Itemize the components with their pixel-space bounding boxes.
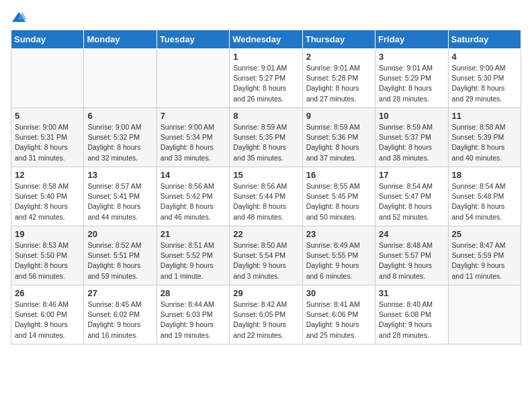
day-number: 2	[306, 52, 371, 62]
day-number: 14	[161, 170, 226, 180]
calendar-cell: 29Sunrise: 8:42 AM Sunset: 6:05 PM Dayli…	[230, 285, 302, 345]
calendar-cell: 3Sunrise: 9:01 AM Sunset: 5:29 PM Daylig…	[375, 49, 448, 108]
day-number: 29	[233, 288, 298, 298]
day-number: 25	[452, 229, 517, 239]
calendar-cell: 13Sunrise: 8:57 AM Sunset: 5:41 PM Dayli…	[84, 167, 157, 226]
day-info: Sunrise: 9:01 AM Sunset: 5:27 PM Dayligh…	[233, 63, 298, 104]
day-number: 19	[15, 229, 80, 239]
calendar-cell: 6Sunrise: 9:00 AM Sunset: 5:32 PM Daylig…	[84, 108, 157, 167]
day-info: Sunrise: 8:47 AM Sunset: 5:59 PM Dayligh…	[452, 240, 517, 281]
day-header-thursday: Thursday	[302, 30, 375, 49]
day-number: 7	[161, 111, 226, 121]
day-number: 11	[452, 111, 517, 121]
calendar-cell: 31Sunrise: 8:40 AM Sunset: 6:08 PM Dayli…	[375, 285, 448, 345]
calendar-cell: 7Sunrise: 9:00 AM Sunset: 5:34 PM Daylig…	[157, 108, 229, 167]
calendar-week-row: 12Sunrise: 8:58 AM Sunset: 5:40 PM Dayli…	[11, 167, 521, 226]
day-header-saturday: Saturday	[448, 30, 521, 49]
calendar-cell: 14Sunrise: 8:56 AM Sunset: 5:42 PM Dayli…	[157, 167, 229, 226]
day-number: 13	[87, 170, 152, 180]
calendar-cell: 8Sunrise: 8:59 AM Sunset: 5:35 PM Daylig…	[230, 108, 302, 167]
day-number: 1	[233, 52, 298, 62]
calendar-cell: 21Sunrise: 8:51 AM Sunset: 5:52 PM Dayli…	[157, 226, 229, 285]
day-info: Sunrise: 8:56 AM Sunset: 5:44 PM Dayligh…	[233, 181, 298, 222]
calendar-cell	[157, 49, 229, 108]
day-number: 18	[452, 170, 517, 180]
day-info: Sunrise: 9:01 AM Sunset: 5:28 PM Dayligh…	[306, 63, 371, 104]
day-number: 24	[379, 229, 444, 239]
calendar-cell: 30Sunrise: 8:41 AM Sunset: 6:06 PM Dayli…	[302, 285, 375, 345]
calendar-cell: 5Sunrise: 9:00 AM Sunset: 5:31 PM Daylig…	[11, 108, 84, 167]
calendar-cell: 22Sunrise: 8:50 AM Sunset: 5:54 PM Dayli…	[230, 226, 302, 285]
logo	[11, 11, 30, 24]
day-number: 31	[379, 288, 444, 298]
day-info: Sunrise: 8:49 AM Sunset: 5:55 PM Dayligh…	[306, 240, 371, 281]
day-info: Sunrise: 8:45 AM Sunset: 6:02 PM Dayligh…	[87, 300, 152, 340]
day-number: 17	[379, 170, 444, 180]
calendar-header-row: SundayMondayTuesdayWednesdayThursdayFrid…	[11, 30, 521, 49]
day-header-friday: Friday	[375, 30, 448, 49]
day-number: 10	[379, 111, 444, 121]
day-info: Sunrise: 8:54 AM Sunset: 5:47 PM Dayligh…	[379, 181, 444, 222]
day-info: Sunrise: 8:58 AM Sunset: 5:39 PM Dayligh…	[452, 122, 517, 163]
day-info: Sunrise: 9:00 AM Sunset: 5:30 PM Dayligh…	[452, 63, 517, 104]
day-info: Sunrise: 8:56 AM Sunset: 5:42 PM Dayligh…	[161, 181, 226, 222]
day-info: Sunrise: 8:42 AM Sunset: 6:05 PM Dayligh…	[233, 300, 298, 340]
day-info: Sunrise: 8:59 AM Sunset: 5:35 PM Dayligh…	[233, 122, 298, 163]
day-info: Sunrise: 8:57 AM Sunset: 5:41 PM Dayligh…	[87, 181, 152, 222]
day-number: 21	[161, 229, 226, 239]
calendar-cell: 9Sunrise: 8:59 AM Sunset: 5:36 PM Daylig…	[302, 108, 375, 167]
calendar-cell: 10Sunrise: 8:59 AM Sunset: 5:37 PM Dayli…	[375, 108, 448, 167]
day-header-monday: Monday	[84, 30, 157, 49]
day-number: 9	[306, 111, 371, 121]
calendar-cell: 26Sunrise: 8:46 AM Sunset: 6:00 PM Dayli…	[11, 285, 84, 345]
day-number: 6	[87, 111, 152, 121]
day-info: Sunrise: 8:51 AM Sunset: 5:52 PM Dayligh…	[161, 240, 226, 281]
day-number: 12	[15, 170, 80, 180]
day-info: Sunrise: 8:46 AM Sunset: 6:00 PM Dayligh…	[15, 300, 80, 340]
calendar-cell: 11Sunrise: 8:58 AM Sunset: 5:39 PM Dayli…	[448, 108, 521, 167]
calendar-week-row: 1Sunrise: 9:01 AM Sunset: 5:27 PM Daylig…	[11, 49, 521, 108]
day-info: Sunrise: 8:53 AM Sunset: 5:50 PM Dayligh…	[15, 240, 80, 281]
calendar-cell: 15Sunrise: 8:56 AM Sunset: 5:44 PM Dayli…	[230, 167, 302, 226]
calendar-cell	[84, 49, 157, 108]
day-info: Sunrise: 8:48 AM Sunset: 5:57 PM Dayligh…	[379, 240, 444, 281]
calendar-cell	[11, 49, 84, 108]
calendar-cell: 1Sunrise: 9:01 AM Sunset: 5:27 PM Daylig…	[230, 49, 302, 108]
day-number: 20	[87, 229, 152, 239]
day-number: 26	[15, 288, 80, 298]
day-header-wednesday: Wednesday	[230, 30, 302, 49]
day-number: 4	[452, 52, 517, 62]
calendar-cell: 17Sunrise: 8:54 AM Sunset: 5:47 PM Dayli…	[375, 167, 448, 226]
logo-icon	[11, 11, 27, 24]
calendar-cell: 18Sunrise: 8:54 AM Sunset: 5:48 PM Dayli…	[448, 167, 521, 226]
day-number: 28	[161, 288, 226, 298]
day-info: Sunrise: 9:00 AM Sunset: 5:34 PM Dayligh…	[161, 122, 226, 163]
day-number: 8	[233, 111, 298, 121]
calendar-week-row: 19Sunrise: 8:53 AM Sunset: 5:50 PM Dayli…	[11, 226, 521, 285]
page-header	[11, 11, 521, 24]
calendar-cell: 4Sunrise: 9:00 AM Sunset: 5:30 PM Daylig…	[448, 49, 521, 108]
calendar-cell: 24Sunrise: 8:48 AM Sunset: 5:57 PM Dayli…	[375, 226, 448, 285]
calendar-cell: 27Sunrise: 8:45 AM Sunset: 6:02 PM Dayli…	[84, 285, 157, 345]
calendar-week-row: 26Sunrise: 8:46 AM Sunset: 6:00 PM Dayli…	[11, 285, 521, 345]
day-number: 22	[233, 229, 298, 239]
calendar-cell: 2Sunrise: 9:01 AM Sunset: 5:28 PM Daylig…	[302, 49, 375, 108]
day-info: Sunrise: 8:41 AM Sunset: 6:06 PM Dayligh…	[306, 300, 371, 340]
day-number: 30	[306, 288, 371, 298]
calendar-cell: 19Sunrise: 8:53 AM Sunset: 5:50 PM Dayli…	[11, 226, 84, 285]
calendar-cell: 16Sunrise: 8:55 AM Sunset: 5:45 PM Dayli…	[302, 167, 375, 226]
calendar-cell	[448, 285, 521, 345]
calendar-cell: 20Sunrise: 8:52 AM Sunset: 5:51 PM Dayli…	[84, 226, 157, 285]
day-header-sunday: Sunday	[11, 30, 84, 49]
day-number: 23	[306, 229, 371, 239]
day-info: Sunrise: 8:58 AM Sunset: 5:40 PM Dayligh…	[15, 181, 80, 222]
day-number: 15	[233, 170, 298, 180]
day-info: Sunrise: 9:01 AM Sunset: 5:29 PM Dayligh…	[379, 63, 444, 104]
day-info: Sunrise: 8:52 AM Sunset: 5:51 PM Dayligh…	[87, 240, 152, 281]
day-info: Sunrise: 8:44 AM Sunset: 6:03 PM Dayligh…	[161, 300, 226, 340]
day-info: Sunrise: 8:55 AM Sunset: 5:45 PM Dayligh…	[306, 181, 371, 222]
day-info: Sunrise: 9:00 AM Sunset: 5:32 PM Dayligh…	[87, 122, 152, 163]
day-info: Sunrise: 8:59 AM Sunset: 5:36 PM Dayligh…	[306, 122, 371, 163]
calendar-cell: 23Sunrise: 8:49 AM Sunset: 5:55 PM Dayli…	[302, 226, 375, 285]
calendar-cell: 28Sunrise: 8:44 AM Sunset: 6:03 PM Dayli…	[157, 285, 229, 345]
